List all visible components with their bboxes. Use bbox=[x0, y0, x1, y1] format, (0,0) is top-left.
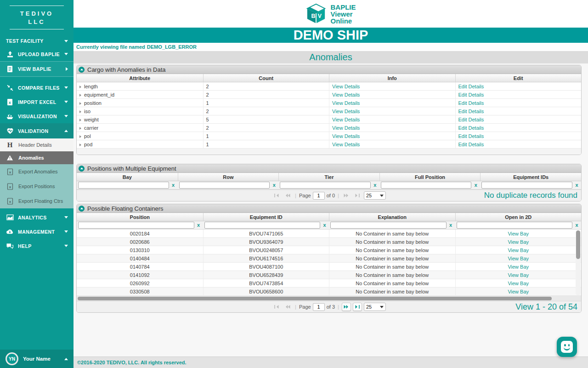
sidebar-item-export-anomalies[interactable]: x Export Anomalies bbox=[0, 164, 74, 179]
page-size-select[interactable]: 25 bbox=[364, 303, 386, 311]
view-bay-link[interactable]: View Bay bbox=[508, 272, 529, 278]
edit-details-link[interactable]: Edit Details bbox=[458, 92, 484, 98]
sidebar-item-help[interactable]: HELP bbox=[0, 239, 74, 253]
view-details-link[interactable]: View Details bbox=[332, 100, 360, 106]
sidebar-item-visualization[interactable]: VISUALIZATION bbox=[0, 109, 74, 123]
sidebar-item-anomalies[interactable]: Anomalies bbox=[0, 151, 74, 164]
sidebar-item-validation[interactable]: VALIDATION bbox=[0, 123, 74, 138]
expand-row-icon[interactable] bbox=[79, 127, 81, 130]
view-bay-link[interactable]: View Bay bbox=[508, 289, 529, 294]
edit-details-link[interactable]: Edit Details bbox=[458, 125, 484, 131]
view-bay-link[interactable]: View Bay bbox=[508, 231, 529, 236]
view-details-link[interactable]: View Details bbox=[332, 117, 360, 122]
expand-row-icon[interactable] bbox=[79, 86, 81, 88]
collapse-section-button[interactable] bbox=[79, 67, 85, 73]
view-details-link[interactable]: View Details bbox=[332, 125, 360, 131]
page-size-select[interactable]: 25 bbox=[364, 191, 386, 200]
page-number-input[interactable] bbox=[313, 303, 325, 311]
edit-details-link[interactable]: Edit Details bbox=[458, 84, 484, 89]
vertical-scrollbar[interactable] bbox=[576, 230, 581, 295]
next-page-button[interactable] bbox=[342, 303, 351, 311]
filter-tier-input[interactable] bbox=[280, 182, 371, 189]
clear-filter-button[interactable]: x bbox=[322, 222, 328, 228]
view-bay-link[interactable]: View Bay bbox=[508, 256, 529, 261]
clear-filter-button[interactable]: x bbox=[372, 182, 378, 188]
clear-filter-button[interactable]: x bbox=[574, 222, 580, 228]
collapse-section-button[interactable] bbox=[79, 166, 85, 172]
sidebar-item-label: COMPARE FILES bbox=[18, 85, 64, 91]
filter-full-position-input[interactable] bbox=[381, 182, 472, 189]
cloud-download-icon bbox=[6, 228, 14, 236]
view-bay-link[interactable]: View Bay bbox=[508, 247, 529, 253]
sidebar-item-analytics[interactable]: ANALYTICS bbox=[0, 210, 74, 224]
edit-details-link[interactable]: Edit Details bbox=[458, 117, 484, 122]
sidebar-item-export-floating-ctrs[interactable]: x Export Floating Ctrs bbox=[0, 194, 74, 208]
view-bay-link[interactable]: View Bay bbox=[508, 239, 529, 245]
expand-row-icon[interactable] bbox=[79, 119, 81, 121]
user-name: Your Name bbox=[23, 356, 64, 362]
filter-explanation-input[interactable] bbox=[330, 222, 447, 229]
column-header: Info bbox=[329, 74, 455, 82]
sidebar-item-compare-files[interactable]: COMPARE FILES bbox=[0, 80, 74, 95]
view-details-link[interactable]: View Details bbox=[332, 84, 360, 89]
sidebar-item-import-excel[interactable]: x IMPORT EXCEL bbox=[0, 95, 74, 109]
filter-bay-input[interactable] bbox=[78, 182, 169, 189]
position-cell: 0020686 bbox=[77, 238, 203, 246]
edit-details-link[interactable]: Edit Details bbox=[458, 142, 484, 147]
filter-position-input[interactable] bbox=[78, 222, 194, 229]
view-details-link[interactable]: View Details bbox=[332, 92, 360, 98]
filter-row-input[interactable] bbox=[179, 182, 270, 189]
view-bay-link[interactable]: View Bay bbox=[508, 281, 529, 286]
view-details-link[interactable]: View Details bbox=[332, 133, 360, 139]
sidebar-item-test-facility[interactable]: TEST FACILITY bbox=[0, 35, 74, 47]
clear-filter-button[interactable]: x bbox=[271, 182, 277, 188]
attribute-cell: weight bbox=[84, 117, 99, 122]
page-number-input[interactable] bbox=[313, 192, 325, 200]
user-account-button[interactable]: YN Your Name bbox=[0, 350, 74, 368]
content: Cargo with Anomalies in Data Attribute C… bbox=[74, 63, 588, 356]
sidebar-item-export-positions[interactable]: x Export Positions bbox=[0, 179, 74, 194]
expand-row-icon[interactable] bbox=[79, 102, 81, 105]
clear-filter-button[interactable]: x bbox=[448, 222, 454, 228]
filter-equipment-id-input[interactable] bbox=[204, 222, 321, 229]
expand-row-icon[interactable] bbox=[79, 135, 81, 138]
attribute-cell: length bbox=[84, 84, 98, 89]
position-cell: 0330508 bbox=[77, 288, 203, 296]
collapse-section-button[interactable] bbox=[79, 206, 85, 212]
records-summary: View 1 - 20 of 54 bbox=[515, 301, 577, 312]
horizontal-scrollbar-thumb[interactable] bbox=[78, 297, 552, 300]
sidebar-item-header-details[interactable]: H Header Details bbox=[0, 138, 74, 151]
last-page-button[interactable] bbox=[353, 303, 362, 311]
sidebar-item-upload-baplie[interactable]: UPLOAD BAPLIE bbox=[0, 47, 74, 61]
logo-line: BAPLIE bbox=[330, 4, 356, 11]
clear-filter-button[interactable]: x bbox=[170, 182, 176, 188]
edit-details-link[interactable]: Edit Details bbox=[458, 109, 484, 114]
explanation-cell: No Container in same bay below bbox=[329, 230, 455, 238]
filter-equipment-ids-input[interactable] bbox=[481, 182, 572, 189]
view-bay-link[interactable]: View Bay bbox=[508, 264, 529, 270]
edit-details-link[interactable]: Edit Details bbox=[458, 100, 484, 106]
table-row: 0020686 BVOU9364079 No Container in same… bbox=[77, 238, 581, 246]
expand-row-icon[interactable] bbox=[79, 144, 81, 146]
view-details-link[interactable]: View Details bbox=[332, 142, 360, 147]
chat-launcher-button[interactable] bbox=[557, 337, 577, 357]
horizontal-scrollbar[interactable] bbox=[77, 296, 581, 301]
table-row: equipment_id 2 View Details Edit Details bbox=[77, 91, 581, 99]
excel-export-icon: x bbox=[6, 198, 14, 205]
filter-open-2d-input[interactable] bbox=[457, 222, 573, 229]
table-row: weight 5 View Details Edit Details bbox=[77, 115, 581, 124]
sidebar-item-management[interactable]: MANAGEMENT bbox=[0, 224, 74, 239]
vertical-scrollbar-thumb[interactable] bbox=[576, 230, 580, 259]
viewing-prefix: Currently viewing file named bbox=[76, 44, 145, 50]
edit-details-link[interactable]: Edit Details bbox=[458, 133, 484, 139]
explanation-cell: No Container in same bay below bbox=[329, 263, 455, 271]
sidebar-item-view-baplie[interactable]: VIEW BAPLIE bbox=[0, 61, 74, 77]
clear-filter-button[interactable]: x bbox=[196, 222, 202, 228]
expand-row-icon[interactable] bbox=[79, 94, 81, 97]
last-page-button bbox=[353, 191, 362, 200]
clear-filter-button[interactable]: x bbox=[473, 182, 479, 188]
expand-row-icon[interactable] bbox=[79, 110, 81, 113]
view-details-link[interactable]: View Details bbox=[332, 109, 360, 114]
clear-filter-button[interactable]: x bbox=[574, 182, 580, 188]
chevron-down-icon bbox=[64, 53, 68, 55]
